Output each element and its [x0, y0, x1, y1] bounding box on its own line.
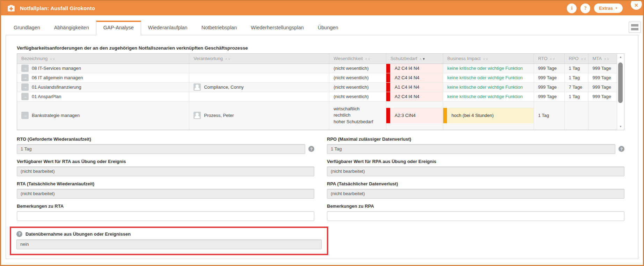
person-icon: [193, 83, 201, 91]
sort-asc-icon[interactable]: ∧: [365, 57, 368, 61]
rta-input[interactable]: [17, 189, 314, 199]
cell-business-impact: keine kritische oder wichtige Funktion: [443, 82, 534, 92]
help-icon[interactable]: ?: [619, 146, 624, 152]
impact-orange-bar: [443, 108, 447, 123]
cell-schutzbedarf: A2 C4 I4 N4: [386, 73, 443, 82]
table-row[interactable]: →06 IT allgemein managen (nicht wesentli…: [17, 73, 617, 82]
rto-input[interactable]: [17, 144, 305, 154]
rpo-label: RPO (Maximal zulässiger Datenverlust): [327, 136, 624, 142]
rta-label: RTA (Tatsächliche Wiederanlaufzeit): [17, 181, 314, 186]
table-row[interactable]: →08 IT-Services managen (nicht wesentlic…: [17, 64, 617, 73]
cell-wesentlichkeit: (nicht wesentlich): [329, 92, 386, 101]
cell-verantwortung: Compliance, Conny: [189, 82, 329, 92]
tabbar: Grundlagen Abhängigkeiten GAP-Analyse Wi…: [1, 15, 643, 35]
cell-wesentlichkeit: (nicht wesentlich): [329, 82, 386, 92]
col-header-wesentlichkeit[interactable]: Wesentlichkeit∧∨: [329, 54, 386, 64]
sort-desc-icon[interactable]: ∨: [607, 57, 609, 61]
table-scrollbar[interactable]: ▲ ▼: [617, 54, 624, 130]
extras-button[interactable]: Extras ▼: [594, 3, 623, 13]
help-button[interactable]: ?: [580, 3, 590, 13]
rpa-remarks-label: Bemerkungen zu RPA: [327, 204, 624, 209]
tab-wiederherstellungsplan[interactable]: Wiederherstellungsplan: [244, 21, 311, 35]
info-button[interactable]: i: [567, 3, 577, 13]
cell-rpo: 1 Tag: [564, 64, 588, 73]
tab-abhaengigkeiten[interactable]: Abhängigkeiten: [47, 21, 96, 35]
rpa-available-input[interactable]: [327, 167, 624, 176]
tab-wiederanlaufplan[interactable]: Wiederanlaufplan: [141, 21, 195, 35]
col-header-business-impact[interactable]: Business Impact∧∨: [443, 54, 534, 64]
gap-analyse-panel: Verfügbarkeitsanforderungen der an den z…: [6, 35, 638, 259]
tab-grundlagen[interactable]: Grundlagen: [7, 21, 47, 35]
sort-desc-icon[interactable]: ∨: [228, 57, 230, 61]
scrollbar-thumb[interactable]: [618, 62, 623, 103]
field-rta-remarks: Bemerkungen zu RTA: [17, 204, 314, 221]
table-row[interactable]: →Bankstrategie managen Prozess, Peter wi…: [17, 101, 617, 130]
rta-remarks-input[interactable]: [17, 211, 314, 221]
sort-asc-icon[interactable]: ∧: [50, 57, 52, 61]
chevron-down-icon: ▼: [615, 7, 618, 10]
cell-verantwortung: [189, 64, 329, 73]
process-name: 01 Auslandsfinanzierung: [32, 84, 81, 90]
sort-asc-icon[interactable]: ∧: [581, 57, 584, 61]
scroll-down-icon[interactable]: ▼: [617, 125, 624, 128]
rpa-label: RPA (Tatsächlicher Datenverlust): [327, 181, 624, 186]
cell-rto: 999 Tage: [534, 64, 564, 73]
tab-uebungen[interactable]: Übungen: [311, 21, 345, 35]
severity-red-bar: [386, 64, 390, 73]
person-icon: [193, 112, 201, 119]
processes-table: Bezeichnung∧∨ Verantwortung∧∨ Wesentlich…: [17, 53, 624, 130]
sort-desc-active-icon[interactable]: ▼: [422, 57, 426, 61]
table-row[interactable]: →01 Auslandsfinanzierung Compliance, Con…: [17, 82, 617, 92]
cell-wesentlichkeit: wirtschaftlich rechtlich hoher Schutzbed…: [329, 101, 386, 130]
severity-red-bar: [386, 83, 390, 92]
rpo-input[interactable]: [327, 144, 615, 154]
cell-bezeichnung: →01 Auslandsfinanzierung: [17, 82, 189, 92]
cell-bezeichnung: →Bankstrategie managen: [17, 101, 189, 130]
col-header-rpo[interactable]: RPO∧∨: [564, 54, 588, 64]
cell-rto: 1 Tag: [534, 101, 564, 130]
tab-gap-analyse[interactable]: GAP-Analyse: [96, 21, 141, 35]
cell-business-impact: keine kritische oder wichtige Funktion: [443, 64, 534, 73]
col-header-bezeichnung[interactable]: Bezeichnung∧∨: [17, 54, 189, 64]
sort-desc-icon[interactable]: ∨: [552, 57, 555, 61]
cell-rto: 999 Tage: [534, 82, 564, 92]
help-icon[interactable]: ?: [16, 231, 22, 237]
cell-rpo: 1 Tag: [564, 92, 588, 101]
rta-available-input[interactable]: [17, 167, 314, 176]
sort-asc-icon[interactable]: ∧: [419, 57, 422, 61]
field-rpa: RPA (Tatsächlicher Datenverlust): [327, 181, 624, 199]
severity-red-bar: [386, 73, 390, 82]
col-header-mta[interactable]: MTA∧∨: [588, 54, 617, 64]
col-header-rto[interactable]: RTO∧∨: [534, 54, 564, 64]
data-takeover-input[interactable]: [16, 239, 322, 249]
cell-verantwortung: [189, 73, 329, 82]
gap-form: RTO (Geforderte Wiederanlaufzeit) ? RPO …: [17, 136, 624, 226]
data-takeover-label: Datenübernahme aus Übungen oder Ereignis…: [25, 231, 131, 237]
sort-desc-icon[interactable]: ∨: [485, 57, 488, 61]
rpa-available-label: Verfügbarer Wert für RPA aus Übung oder …: [327, 159, 624, 164]
sort-desc-icon[interactable]: ∨: [368, 57, 371, 61]
sort-desc-icon[interactable]: ∨: [584, 57, 586, 61]
sort-asc-icon[interactable]: ∧: [550, 57, 552, 61]
cell-business-impact: hoch (bei 4 Stunden): [443, 101, 534, 130]
rpa-remarks-input[interactable]: [327, 211, 624, 221]
close-button[interactable]: ✕: [630, 0, 643, 10]
responsible-name: Prozess, Peter: [204, 113, 234, 118]
col-header-schutzbedarf[interactable]: Schutzbedarf∧▼: [386, 54, 443, 64]
cell-mta: 999 Tage: [588, 92, 617, 101]
layout-toggle-button[interactable]: [629, 22, 641, 33]
table-header-row: Bezeichnung∧∨ Verantwortung∧∨ Wesentlich…: [17, 54, 617, 64]
col-header-verantwortung[interactable]: Verantwortung∧∨: [189, 54, 329, 64]
arrow-right-icon: →: [21, 65, 29, 72]
tab-notbetriebsplan[interactable]: Notbetriebsplan: [195, 21, 244, 35]
process-name: 06 IT allgemein managen: [32, 75, 83, 80]
arrow-right-icon: →: [21, 74, 29, 81]
extras-label: Extras: [599, 6, 613, 11]
sort-desc-icon[interactable]: ∨: [53, 57, 56, 61]
process-name: 08 IT-Services managen: [32, 66, 81, 71]
rpa-input[interactable]: [327, 189, 624, 199]
field-rpo: RPO (Maximal zulässiger Datenverlust) ?: [327, 136, 624, 154]
scroll-up-icon[interactable]: ▲: [617, 56, 624, 59]
help-icon[interactable]: ?: [308, 146, 314, 152]
table-row[interactable]: →01 AnsparPlan (nicht wesentlich) A2 C4 …: [17, 92, 617, 101]
